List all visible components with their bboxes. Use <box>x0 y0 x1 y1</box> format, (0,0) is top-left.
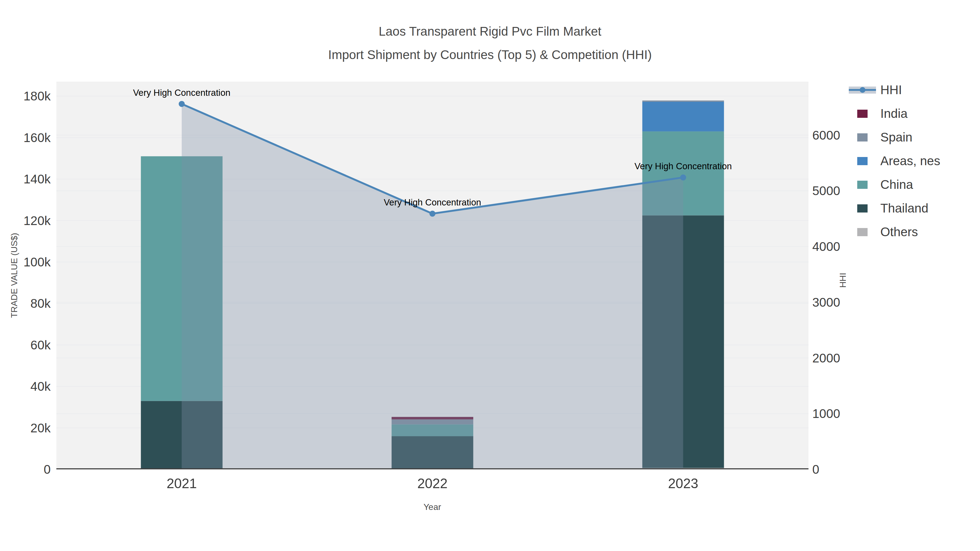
chart-canvas: Very High ConcentrationVery High Concent… <box>56 82 808 469</box>
bar-segment-spain-2023 <box>643 100 724 102</box>
annotation-2023: Very High Concentration <box>635 161 732 171</box>
color-swatch-icon <box>857 204 867 213</box>
y-right-tick-2000: 2000 <box>812 351 894 366</box>
legend-label: India <box>880 106 908 121</box>
legend-swatch-icon <box>849 133 876 141</box>
y-axis-title-left: TRADE VALUE (US$) <box>9 233 19 318</box>
legend-label: Thailand <box>880 201 928 216</box>
chart-title-line1: Laos Transparent Rigid Pvc Film Market <box>0 25 980 38</box>
color-swatch-icon <box>857 157 867 165</box>
y-right-tick-1000: 1000 <box>812 406 894 421</box>
color-swatch-icon <box>857 110 867 118</box>
color-swatch-icon <box>857 181 867 189</box>
annotation-2022: Very High Concentration <box>384 197 481 207</box>
y-left-tick-40k: 40k <box>0 379 51 394</box>
chart-title: Laos Transparent Rigid Pvc Film Market I… <box>0 25 980 61</box>
legend-item-thailand[interactable]: Thailand <box>849 201 940 216</box>
y-axis-title-right: HHI <box>838 273 848 287</box>
hhi-marker-2023 <box>680 175 686 180</box>
color-swatch-icon <box>857 133 867 141</box>
y-left-tick-120k: 120k <box>0 213 51 228</box>
y-left-tick-20k: 20k <box>0 421 51 436</box>
y-right-tick-3000: 3000 <box>812 295 894 310</box>
legend-label: Areas, nes <box>880 154 940 168</box>
x-tick-2023: 2023 <box>629 476 738 491</box>
legend-item-india[interactable]: India <box>849 106 940 121</box>
y-left-tick-0: 0 <box>0 462 51 477</box>
annotation-2021: Very High Concentration <box>133 87 231 98</box>
legend: HHIIndiaSpainAreas, nesChinaThailandOthe… <box>849 83 940 239</box>
y-left-tick-60k: 60k <box>0 337 51 353</box>
y-left-tick-140k: 140k <box>0 171 51 187</box>
x-tick-2022: 2022 <box>378 476 487 491</box>
hhi-marker-2021 <box>179 101 185 107</box>
figure: Laos Transparent Rigid Pvc Film Market I… <box>0 0 980 551</box>
legend-item-hhi[interactable]: HHI <box>849 83 940 97</box>
y-left-tick-180k: 180k <box>0 89 51 104</box>
hhi-marker-2022 <box>430 211 436 217</box>
legend-swatch-icon <box>849 204 876 212</box>
legend-swatch-icon <box>849 110 876 118</box>
x-tick-2021: 2021 <box>127 476 236 491</box>
legend-label: China <box>880 177 913 192</box>
y-right-tick-4000: 4000 <box>812 239 894 254</box>
legend-swatch-icon <box>849 157 876 165</box>
legend-label: Spain <box>880 130 913 144</box>
legend-item-spain[interactable]: Spain <box>849 130 940 144</box>
legend-item-china[interactable]: China <box>849 177 940 192</box>
color-swatch-icon <box>857 228 867 236</box>
x-axis-title: Year <box>423 502 441 512</box>
legend-swatch-icon <box>849 228 876 236</box>
hhi-dot-icon <box>860 87 865 93</box>
bar-segment-areas-nes-2023 <box>643 102 724 132</box>
y-left-tick-160k: 160k <box>0 130 51 145</box>
legend-item-others[interactable]: Others <box>849 224 940 239</box>
hhi-line-sample-icon <box>849 86 876 94</box>
plot-area[interactable]: Very High ConcentrationVery High Concent… <box>56 82 808 469</box>
chart-title-line2: Import Shipment by Countries (Top 5) & C… <box>0 48 980 61</box>
y-left-tick-80k: 80k <box>0 296 51 311</box>
legend-label: Others <box>880 224 918 239</box>
legend-item-areas-nes[interactable]: Areas, nes <box>849 154 940 168</box>
hhi-area-fill <box>182 104 683 469</box>
legend-label: HHI <box>880 83 902 97</box>
legend-swatch-icon <box>849 180 876 189</box>
y-right-tick-0: 0 <box>812 462 894 477</box>
y-left-tick-100k: 100k <box>0 254 51 270</box>
